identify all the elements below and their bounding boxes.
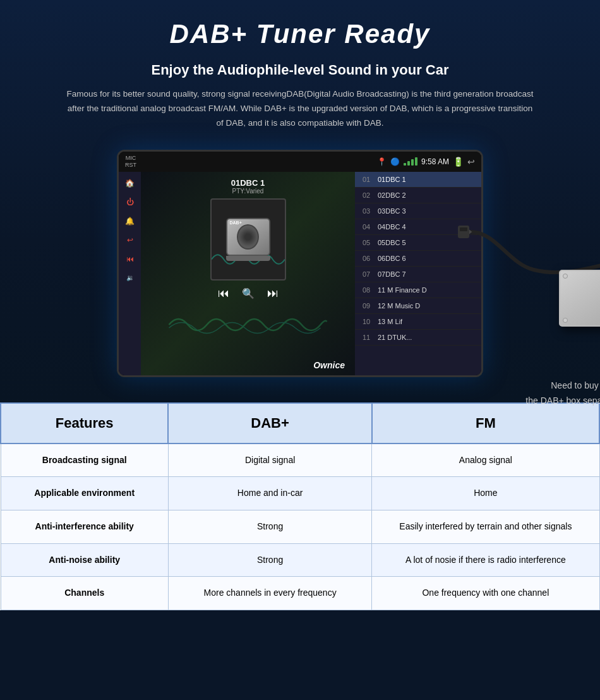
table-row: Applicable environment Home and in-car H… <box>1 477 599 510</box>
channel-number: 02 <box>360 191 373 199</box>
mic-label: MIC <box>125 155 136 161</box>
channel-name: 01DBC 1 <box>378 176 406 183</box>
subtitle: Enjoy the Audiophile-level Sound in your… <box>13 62 587 78</box>
header-features: Features <box>1 403 168 444</box>
feature-cell: Anti-noise ability <box>1 543 168 577</box>
channel-name: 04DBC 4 <box>378 223 406 231</box>
channel-number: 11 <box>360 334 373 341</box>
channel-number: 09 <box>360 302 373 310</box>
channel-name: 03DBC 3 <box>378 207 406 215</box>
channel-name: 05DBC 5 <box>378 239 406 246</box>
rst-label: RST <box>125 162 136 168</box>
table-row: Anti-noise ability Strong A lot of nosie… <box>1 543 599 577</box>
channel-name: 12 M Music D <box>378 302 420 310</box>
dab-cell: Strong <box>168 543 371 577</box>
player-controls: ⏮ 🔍 ⏭ <box>218 287 279 300</box>
main-title: DAB+ Tuner Ready <box>13 19 587 49</box>
channel-number: 10 <box>360 318 373 325</box>
back-icon: ↩ <box>124 234 136 246</box>
fm-cell: Analog signal <box>372 444 599 477</box>
station-name: 01DBC 1 <box>231 178 265 188</box>
left-sidebar: 🏠 ⏻ 🔔 ↩ ⏮ 🔉 <box>119 172 141 375</box>
channel-number: 01 <box>360 176 373 183</box>
comparison-table: Features DAB+ FM Broadcasting signal Dig… <box>0 402 600 610</box>
radio-image-area: DAB+ <box>210 198 286 281</box>
table-row: Channels More channels in every frequenc… <box>1 577 599 610</box>
table-section: Features DAB+ FM Broadcasting signal Dig… <box>0 402 600 610</box>
need-to-buy-label: Need to buy the DAB+ box separately <box>502 378 600 409</box>
channel-number: 06 <box>360 255 373 262</box>
channel-name: 07DBC 7 <box>378 270 406 278</box>
pty-label: PTY:Varied <box>232 188 264 195</box>
description: Famous for its better sound quality, str… <box>66 87 534 131</box>
dab-cell: More channels in every frequency <box>168 577 371 610</box>
channel-item[interactable]: 1121 DTUK... <box>355 330 481 346</box>
player-area: 01DBC 1 PTY:Varied DAB+ <box>141 172 355 375</box>
ownice-label: Ownice <box>313 360 345 370</box>
channel-item[interactable]: 1013 M Lif <box>355 314 481 330</box>
screen-top-bar: MIC RST 📍 🔵 9:58 AM 🔋 <box>119 152 481 172</box>
dab-cell: Strong <box>168 510 371 544</box>
channel-name: 06DBC 6 <box>378 255 406 262</box>
bell-icon: 🔔 <box>124 215 136 227</box>
fm-cell: Easily interfered by terrain and other s… <box>372 510 599 544</box>
fm-cell: Home <box>372 477 599 510</box>
channel-number: 05 <box>360 239 373 246</box>
channel-number: 04 <box>360 223 373 231</box>
dab-cell: Home and in-car <box>168 477 371 510</box>
power-icon: ⏻ <box>124 196 136 208</box>
need-buy-line2: the DAB+ box separately <box>525 395 600 406</box>
fm-cell: One frequency with one channel <box>372 577 599 610</box>
feature-cell: Broadcasting signal <box>1 444 168 477</box>
feature-cell: Channels <box>1 577 168 610</box>
channel-name: 02DBC 2 <box>378 191 406 199</box>
dab-box <box>559 270 600 327</box>
header-fm: FM <box>372 403 599 444</box>
table-row: Anti-interference ability Strong Easily … <box>1 510 599 544</box>
channel-name: 11 M Finance D <box>378 286 427 294</box>
channel-item[interactable]: 0101DBC 1 <box>355 172 481 188</box>
channel-name: 21 DTUK... <box>378 334 412 341</box>
table-row: Broadcasting signal Digital signal Analo… <box>1 444 599 477</box>
next-button[interactable]: ⏭ <box>267 287 279 300</box>
header-dab: DAB+ <box>168 403 371 444</box>
channel-number: 03 <box>360 207 373 215</box>
dab-cell: Digital signal <box>168 444 371 477</box>
channel-number: 08 <box>360 286 373 294</box>
prev-button[interactable]: ⏮ <box>218 287 229 300</box>
time-display: 9:58 AM <box>421 157 449 166</box>
search-button[interactable]: 🔍 <box>242 287 255 299</box>
svg-rect-1 <box>460 227 467 231</box>
feature-cell: Anti-interference ability <box>1 510 168 544</box>
channel-item[interactable]: 0202DBC 2 <box>355 188 481 203</box>
vol-down-icon: 🔉 <box>124 272 136 284</box>
need-buy-line1: Need to buy <box>551 380 599 390</box>
fm-cell: A lot of nosie if there is radio interfe… <box>372 543 599 577</box>
device-screen: MIC RST 📍 🔵 9:58 AM 🔋 <box>117 150 483 377</box>
channel-name: 13 M Lif <box>378 318 402 325</box>
device-container: MIC RST 📍 🔵 9:58 AM 🔋 <box>28 150 572 377</box>
channel-number: 07 <box>360 270 373 278</box>
rewind-icon: ⏮ <box>124 253 136 265</box>
feature-cell: Applicable environment <box>1 477 168 510</box>
top-section: DAB+ Tuner Ready Enjoy the Audiophile-le… <box>0 0 600 402</box>
home-icon: 🏠 <box>124 177 136 190</box>
screen-main: 🏠 ⏻ 🔔 ↩ ⏮ 🔉 01DBC 1 PTY:Varied <box>119 172 481 375</box>
